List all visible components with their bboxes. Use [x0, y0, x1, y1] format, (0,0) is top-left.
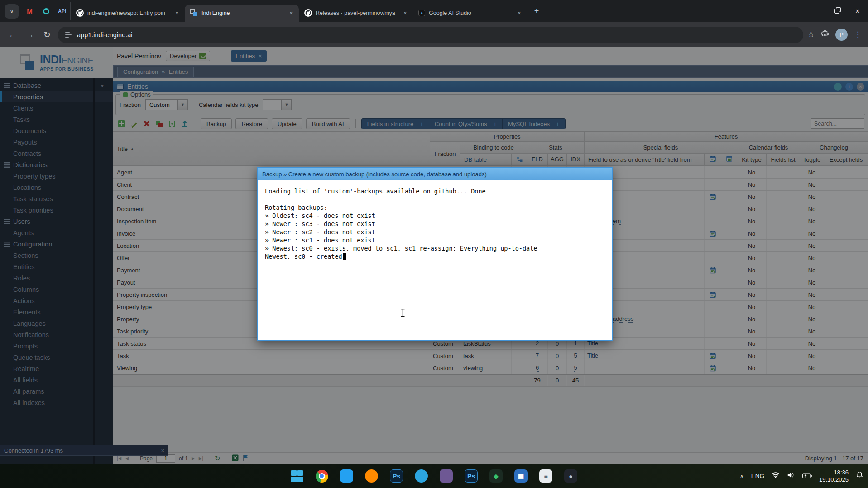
text-caret	[343, 253, 346, 260]
console-output: Loading list of 'custom'-backups availab…	[258, 180, 612, 340]
bookmark-star-icon[interactable]: ☆	[808, 30, 815, 39]
notification-bell-icon[interactable]: z	[856, 471, 863, 481]
browser-tab-google-ai-studio[interactable]: ✦Google AI Studio×	[413, 5, 527, 22]
firefox-icon	[365, 469, 378, 483]
console-line: » Oldest: sc4 - does not exist	[265, 212, 604, 220]
tab-close-icon[interactable]: ×	[288, 10, 294, 17]
taskbar-obs[interactable]: ●	[564, 469, 578, 483]
notepad-icon: ≡	[539, 469, 552, 483]
tab-title: Google AI Studio	[429, 10, 513, 16]
taskbar-github-desktop[interactable]	[439, 469, 453, 483]
app-viewport: INDIENGINE APPS FOR BUSINESS DatabasePro…	[0, 47, 868, 464]
console-line: » Newer : sc3 - does not exist	[265, 220, 604, 228]
photoshop-beta-icon: Ps	[465, 469, 478, 483]
site-settings-icon[interactable]	[65, 32, 72, 38]
forward-icon[interactable]: →	[24, 30, 36, 40]
ai-studio-favicon: ✦	[418, 10, 425, 16]
taskbar-chrome[interactable]	[315, 469, 329, 483]
taskbar-calculator[interactable]: ▦	[514, 469, 528, 483]
restore-icon	[834, 9, 839, 14]
taskbar: PsPs◆▦≡● ∧ ENG 18:36 19.10.2025 z	[0, 464, 868, 488]
indi-favicon	[190, 9, 198, 17]
console-line: Rotating backups:	[265, 203, 604, 212]
taskbar-clock[interactable]: 18:36 19.10.2025	[819, 469, 849, 483]
screen: ∨ MAPIindi-engine/newapp: Entry poin×Ind…	[0, 0, 868, 488]
svg-text:z: z	[861, 472, 862, 475]
console-line: » Newest: sc0 - exists, moved to sc1, sc…	[265, 244, 604, 252]
wifi-icon[interactable]	[772, 472, 780, 480]
address-bar[interactable]: app1.indi-engine.ai	[58, 27, 803, 43]
taskbar-photoshop[interactable]: Ps	[389, 469, 403, 483]
taskbar-telegram[interactable]	[414, 469, 428, 483]
browser-tab-indi-engine[interactable]: Indi Engine×	[185, 5, 299, 22]
close-button[interactable]: ×	[847, 0, 868, 22]
pinned-tab-api[interactable]: API	[54, 2, 71, 20]
photoshop-icon: Ps	[390, 469, 403, 483]
browser-tab-releases-pavel-perminov-mya[interactable]: Releases · pavel-perminov/mya×	[299, 5, 413, 22]
console-line: Newest: sc0 - created	[265, 252, 604, 261]
tab-title: Indi Engine	[201, 10, 284, 16]
tab-search-icon[interactable]: ∨	[5, 4, 19, 19]
minimize-button[interactable]: —	[806, 0, 826, 22]
console-line	[265, 195, 604, 203]
teal-app-icon	[43, 8, 49, 14]
taskbar-vscode[interactable]	[340, 469, 354, 483]
taskbar-start-button[interactable]	[290, 469, 304, 483]
obs-icon: ●	[564, 469, 577, 483]
date: 19.10.2025	[819, 476, 849, 483]
github-desktop-icon	[440, 469, 453, 483]
vscode-icon	[340, 469, 353, 483]
taskbar-notepad[interactable]: ≡	[539, 469, 553, 483]
windows-logo-icon	[291, 470, 303, 482]
backup-dialog: Backup » Create a new custom backup (inc…	[257, 167, 613, 341]
battery-icon[interactable]	[802, 472, 812, 480]
browser-tab-indi-engine-newapp-entry-poin[interactable]: indi-engine/newapp: Entry poin×	[71, 5, 185, 22]
window-controls: — ×	[806, 0, 868, 22]
telegram-icon	[415, 469, 428, 483]
tray-chevron-icon[interactable]: ∧	[740, 473, 744, 479]
reload-icon[interactable]: ↻	[41, 29, 53, 40]
console-line: » Newer : sc1 - does not exist	[265, 236, 604, 244]
url-text: app1.indi-engine.ai	[77, 31, 133, 39]
maximize-button[interactable]	[826, 0, 847, 22]
console-line: » Newer : sc2 - does not exist	[265, 228, 604, 236]
taskbar-photoshop-beta[interactable]: Ps	[464, 469, 478, 483]
time: 18:36	[819, 469, 849, 476]
chrome-icon	[316, 470, 328, 483]
gmail-icon: M	[26, 7, 34, 15]
language-indicator[interactable]: ENG	[751, 473, 764, 479]
dialog-title[interactable]: Backup » Create a new custom backup (inc…	[258, 168, 612, 180]
mouse-text-cursor	[400, 309, 405, 319]
tab-close-icon[interactable]: ×	[174, 10, 180, 17]
browser-toolbar: ← → ↻ app1.indi-engine.ai ☆ P ⋮	[0, 22, 868, 47]
tab-close-icon[interactable]: ×	[516, 10, 523, 17]
console-line: Loading list of 'custom'-backups availab…	[265, 187, 604, 195]
diamond-app-icon: ◆	[489, 469, 503, 483]
tab-close-icon[interactable]: ×	[402, 10, 408, 17]
new-tab-button[interactable]: +	[530, 5, 543, 18]
tab-title: indi-engine/newapp: Entry poin	[87, 10, 170, 16]
pinned-tab-gmail[interactable]: M	[22, 2, 38, 20]
taskbar-diamond-app[interactable]: ◆	[489, 469, 503, 483]
api-icon: API	[58, 7, 66, 15]
calculator-icon: ▦	[514, 469, 528, 483]
taskbar-firefox[interactable]	[364, 469, 379, 483]
menu-kebab-icon[interactable]: ⋮	[854, 30, 862, 39]
pinned-tab-teal-ring[interactable]	[38, 2, 54, 20]
browser-tab-strip: ∨ MAPIindi-engine/newapp: Entry poin×Ind…	[0, 0, 868, 22]
tab-title: Releases · pavel-perminov/mya	[316, 10, 398, 16]
volume-icon[interactable]	[787, 472, 795, 480]
profile-avatar[interactable]: P	[835, 29, 848, 41]
back-icon[interactable]: ←	[6, 30, 19, 40]
extensions-icon[interactable]	[821, 29, 829, 40]
